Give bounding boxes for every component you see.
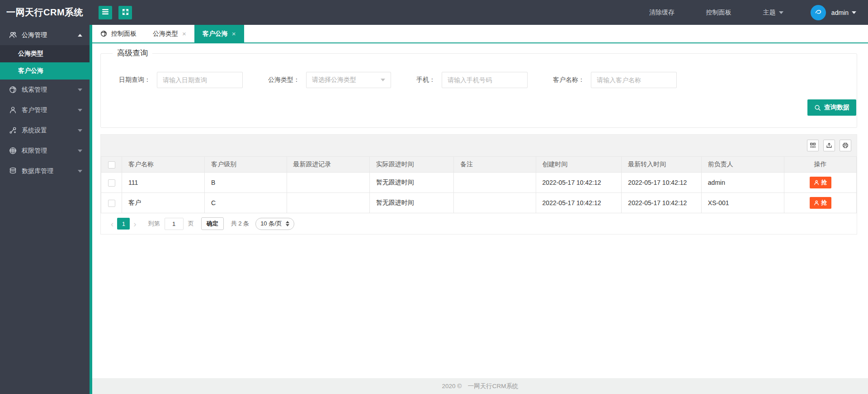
tab-label: 客户公海 [203,30,228,38]
chevron-down-icon [779,11,783,14]
query-data-button[interactable]: 查询数据 [807,99,856,116]
cell-remark [454,193,536,213]
username: admin [831,9,849,16]
collapse-menu-button[interactable] [99,6,112,19]
goto-label: 到第 [148,220,160,228]
goto-page-input[interactable] [165,218,184,230]
next-page-button[interactable]: › [130,220,140,228]
sea-type-select[interactable]: 请选择公海类型 [306,72,391,88]
sidebar-subitem-customer-sea[interactable]: 客户公海 [0,62,90,80]
printer-icon [842,142,849,149]
select-all-checkbox[interactable] [108,161,115,169]
page-number-button[interactable]: 1 [117,218,130,230]
globe-icon [9,86,17,94]
control-panel-link[interactable]: 控制面板 [706,9,731,17]
sidebar-item-database-management[interactable]: 数据库管理 [0,161,90,181]
row-checkbox[interactable] [108,179,115,187]
data-table: 客户名称 客户级别 最新跟进记录 实际跟进时间 备注 创建时间 最新转入时间 前… [101,156,857,213]
sidebar-item-system-settings[interactable]: 系统设置 [0,120,90,141]
advanced-query-panel: 高级查询 日期查询： 公海类型： 请选择公海类型 手机： [100,53,857,128]
chevron-down-icon [78,150,82,152]
print-button[interactable] [840,140,851,151]
sidebar-item-seas-management[interactable]: 公海管理 [0,25,90,45]
phone-input[interactable] [442,72,528,88]
grab-button[interactable]: 抢 [810,197,831,209]
cell-previous-owner: XS-001 [701,193,784,213]
cell-customer-level: B [205,173,287,193]
field-customer-name: 客户名称： [553,72,677,88]
column-header: 备注 [454,157,536,173]
fullscreen-button[interactable] [118,6,132,19]
topbar: 一网天行CRM系统 清除缓存 控制面板 主题 admin [0,0,868,25]
chevron-down-icon [852,11,856,14]
globe-icon [100,30,107,37]
hamburger-icon [102,9,109,16]
chevron-down-icon [78,109,82,112]
cell-customer-name: 111 [122,173,205,193]
sidebar-item-leads-management[interactable]: 线索管理 [0,80,90,100]
column-header: 客户级别 [205,157,287,173]
columns-icon [810,142,816,149]
tab-control-panel[interactable]: 控制面板 [92,25,145,42]
close-icon[interactable]: × [182,30,186,37]
avatar[interactable] [811,5,826,20]
updown-icon [286,221,289,226]
user-icon [9,106,17,114]
field-label: 公海类型： [268,76,300,84]
sidebar-item-label: 公海管理 [22,31,47,39]
column-header: 客户名称 [122,157,205,173]
tab-label: 控制面板 [111,30,137,38]
table-row: 客户 C 暂无跟进时间 2022-05-17 10:42:12 2022-05-… [101,193,857,213]
column-header: 前负责人 [701,157,784,173]
sidebar-subitem-sea-type[interactable]: 公海类型 [0,45,90,62]
export-icon [826,142,832,149]
tab-sea-type[interactable]: 公海类型 × [145,25,194,42]
cell-actual-followup-time: 暂无跟进时间 [369,173,453,193]
total-count-label: 共 2 条 [231,220,249,228]
column-header: 最新跟进记录 [287,157,369,173]
columns-toggle-button[interactable] [807,140,819,151]
close-icon[interactable]: × [232,30,236,37]
sidebar-item-label: 客户管理 [22,106,47,114]
sidebar-item-permission-management[interactable]: 权限管理 [0,141,90,161]
page-unit-label: 页 [188,220,194,228]
panel-title: 高级查询 [113,48,152,58]
column-header: 创建时间 [536,157,622,173]
column-header: 最新转入时间 [622,157,701,173]
cell-latest-followup [287,173,369,193]
confirm-button[interactable]: 确定 [201,217,224,230]
sidebar-item-label: 数据库管理 [22,167,53,175]
sphere-icon [9,147,17,155]
table-header-row: 客户名称 客户级别 最新跟进记录 实际跟进时间 备注 创建时间 最新转入时间 前… [101,157,857,173]
button-label: 抢 [821,199,827,207]
prev-page-button[interactable]: ‹ [107,220,117,228]
topbar-right: 清除缓存 控制面板 主题 admin [618,5,868,20]
tab-customer-sea[interactable]: 客户公海 × [194,25,244,42]
main-layout: 公海管理 公海类型 客户公海 线索管理 客户管理 系统 [0,25,868,394]
theme-dropdown[interactable]: 主题 [763,9,783,17]
query-actions: 查询数据 [101,99,857,116]
sidebar-item-customer-management[interactable]: 客户管理 [0,100,90,120]
grab-button[interactable]: 抢 [810,177,831,188]
app-logo: 一网天行CRM系统 [0,6,90,19]
clear-cache-link[interactable]: 清除缓存 [649,9,675,17]
export-button[interactable] [823,140,835,151]
query-fields-row: 日期查询： 公海类型： 请选择公海类型 手机： [101,72,857,88]
date-query-input[interactable] [157,72,243,88]
row-checkbox[interactable] [108,200,115,207]
column-header: 实际跟进时间 [369,157,453,173]
select-placeholder: 请选择公海类型 [312,76,356,84]
customer-name-input[interactable] [591,72,677,88]
user-menu[interactable]: admin [831,9,856,16]
cell-actual-followup-time: 暂无跟进时间 [369,193,453,213]
person-icon [814,200,819,206]
button-label: 查询数据 [824,103,849,112]
field-label: 日期查询： [119,76,151,84]
page-size-label: 10 条/页 [260,220,282,228]
tabbar: 控制面板 公海类型 × 客户公海 × [92,25,868,43]
field-phone: 手机： [416,72,528,88]
page-size-select[interactable]: 10 条/页 [255,218,294,230]
cell-transfer-time: 2022-05-17 10:42:12 [622,173,701,193]
chevron-down-icon [381,79,385,81]
sidebar-item-label: 系统设置 [22,127,47,135]
